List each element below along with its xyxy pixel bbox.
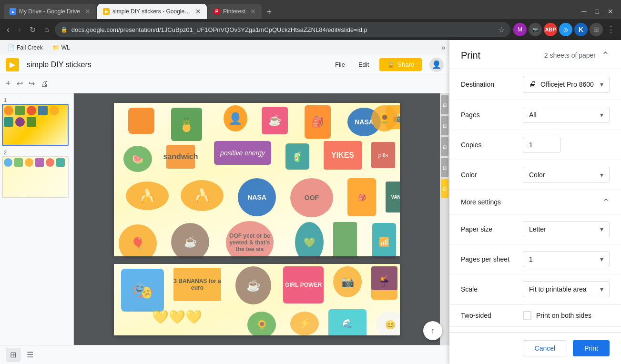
scroll-item-5: ⊡	[441, 179, 448, 198]
scale-select[interactable]: Fit to printable area ▾	[523, 281, 610, 297]
pages-arrow: ▾	[600, 111, 603, 119]
home-button[interactable]: ⌂	[41, 23, 52, 36]
ext-icon-4[interactable]: ◎	[559, 23, 572, 36]
destination-arrow: ▾	[600, 81, 603, 88]
lock-icon: 🔒	[61, 26, 68, 33]
slide-thumb-1[interactable]: 1	[2, 97, 71, 146]
print-header: Print 2 sheets of paper ⌃	[449, 40, 621, 69]
grid-view-btn[interactable]: ⊞	[6, 348, 20, 362]
two-sided-row: Two-sided Print on both sides	[449, 304, 621, 327]
pages-per-sheet-arrow: ▾	[600, 255, 603, 263]
two-sided-checkbox[interactable]	[523, 311, 531, 320]
fall-creek-icon: 📄	[8, 44, 15, 51]
tab-drive[interactable]: ▲ My Drive - Google Drive ✕	[4, 4, 96, 19]
reload-button[interactable]: ↻	[27, 23, 39, 36]
lock-share-icon: 🔒	[387, 61, 395, 68]
copies-input[interactable]	[523, 137, 561, 153]
tab-pinterest-label: Pinterest	[223, 8, 245, 15]
tab-slides-close[interactable]: ✕	[195, 8, 201, 15]
pages-per-sheet-value: 1	[529, 255, 600, 263]
scroll-panel-right: ⊡ ⊡ ⊡ ⊡ ⊡	[440, 93, 449, 345]
scale-arrow: ▾	[600, 285, 603, 293]
new-tab-button[interactable]: +	[263, 7, 275, 17]
scroll-item-2: ⊡	[441, 116, 448, 135]
print-btn-toolbar[interactable]: 🖨	[39, 78, 50, 90]
copies-row: Copies	[449, 130, 621, 160]
share-button[interactable]: 🔒 Share	[379, 58, 422, 71]
ext-icon-6[interactable]: ⊞	[590, 23, 603, 36]
tab-slides-label: simple DIY stickers - Google Slid...	[112, 8, 191, 15]
slide-num-2: 2	[2, 150, 71, 155]
address-input[interactable]: 🔒 docs.google.com/presentation/d/1JCuBpz…	[55, 22, 510, 37]
browser-chrome: ▲ My Drive - Google Drive ✕ ▶ simple DIY…	[0, 0, 621, 19]
color-value: Color	[529, 171, 600, 179]
two-sided-checkbox-label: Print on both sides	[536, 312, 591, 319]
tab-slides[interactable]: ▶ simple DIY stickers - Google Slid... ✕	[97, 4, 207, 19]
print-panel: Print 2 sheets of paper ⌃ Destination 🖨 …	[449, 40, 621, 364]
bookmarks-overflow[interactable]: »	[441, 43, 446, 52]
undo-btn[interactable]: ↩	[15, 77, 25, 90]
scale-value: Fit to printable area	[529, 285, 600, 293]
pages-per-sheet-row: Pages per sheet 1 ▾	[449, 244, 621, 274]
menu-file[interactable]: File	[332, 59, 348, 70]
options-row: Options ✓ Print as image	[449, 327, 621, 332]
two-sided-label: Two-sided	[461, 312, 523, 319]
slide-1: 🍍 👤 ☕ 🎒 NASA 📸 🌻 🍉 sandwich positive ene…	[114, 103, 400, 256]
user-avatar[interactable]: 👤	[429, 58, 444, 72]
destination-value: Officejet Pro 8600	[540, 81, 596, 88]
collapse-icon[interactable]: ⌃	[601, 50, 610, 61]
scroll-to-top-fab[interactable]: ↑	[423, 321, 442, 340]
print-button[interactable]: Print	[573, 340, 610, 356]
sheets-count: 2 sheets of paper	[544, 51, 596, 59]
destination-row: Destination 🖨 Officejet Pro 8600 ▾	[449, 69, 621, 100]
fall-creek-label: Fall Creek	[17, 44, 43, 51]
pages-select[interactable]: All ▾	[523, 107, 610, 123]
back-button[interactable]: ‹	[4, 23, 12, 37]
tab-drive-close[interactable]: ✕	[85, 8, 91, 15]
ext-icon-3[interactable]: ABP	[544, 23, 557, 36]
presentation-title[interactable]: simple DIY stickers	[27, 61, 92, 69]
menu-edit[interactable]: Edit	[356, 59, 372, 70]
extensions-area: M 📷 ABP ◎ K ⊞ ⋮	[513, 23, 617, 36]
more-settings-row[interactable]: More settings ⌃	[449, 190, 621, 214]
slides-toolbar: ▶ simple DIY stickers File Edit 🔒 Share …	[0, 55, 449, 74]
list-view-btn[interactable]: ☰	[22, 348, 38, 362]
paper-size-value: Letter	[529, 225, 600, 233]
print-body: Destination 🖨 Officejet Pro 8600 ▾ Pages…	[449, 69, 621, 332]
window-close[interactable]: ✕	[604, 6, 617, 17]
bookmark-fall-creek[interactable]: 📄 Fall Creek	[4, 42, 47, 53]
tab-drive-label: My Drive - Google Drive	[19, 8, 80, 15]
paper-size-select[interactable]: Letter ▾	[523, 221, 610, 237]
color-arrow: ▾	[600, 171, 603, 179]
forward-button[interactable]: ›	[15, 23, 24, 37]
pages-per-sheet-select[interactable]: 1 ▾	[523, 251, 610, 267]
color-select[interactable]: Color ▾	[523, 167, 610, 183]
chrome-menu[interactable]: ⋮	[605, 24, 617, 35]
slides-secondary-toolbar: + ↩ ↪ 🖨	[0, 74, 449, 93]
tab-pinterest[interactable]: P Pinterest ✕	[208, 4, 262, 19]
tab-pinterest-close[interactable]: ✕	[250, 8, 256, 15]
destination-label: Destination	[461, 81, 523, 88]
two-sided-control: Print on both sides	[523, 311, 591, 320]
add-slide-btn[interactable]: +	[4, 77, 13, 91]
ext-icon-5[interactable]: K	[574, 23, 588, 36]
window-maximize[interactable]: □	[591, 6, 603, 17]
slide-num-1: 1	[2, 97, 71, 103]
slide-thumb-2[interactable]: 2	[2, 150, 71, 198]
bookmarks-bar: 📄 Fall Creek 📁 WL »	[0, 40, 449, 55]
color-row: Color Color ▾	[449, 160, 621, 190]
color-label: Color	[461, 171, 523, 179]
paper-size-arrow: ▾	[600, 225, 603, 233]
ext-icon-1[interactable]: M	[513, 23, 527, 36]
redo-btn[interactable]: ↪	[27, 77, 37, 90]
window-minimize[interactable]: ─	[578, 6, 590, 17]
bookmark-wl[interactable]: 📁 WL	[49, 42, 74, 53]
slide-box-1	[2, 104, 69, 146]
ext-icon-2[interactable]: 📷	[529, 23, 542, 36]
paper-size-label: Paper size	[461, 225, 523, 233]
bookmark-star-icon[interactable]: ☆	[498, 25, 505, 34]
slide-box-2	[2, 156, 69, 198]
scale-label: Scale	[461, 285, 523, 293]
cancel-button[interactable]: Cancel	[523, 340, 568, 356]
destination-select[interactable]: 🖨 Officejet Pro 8600 ▾	[523, 76, 610, 93]
